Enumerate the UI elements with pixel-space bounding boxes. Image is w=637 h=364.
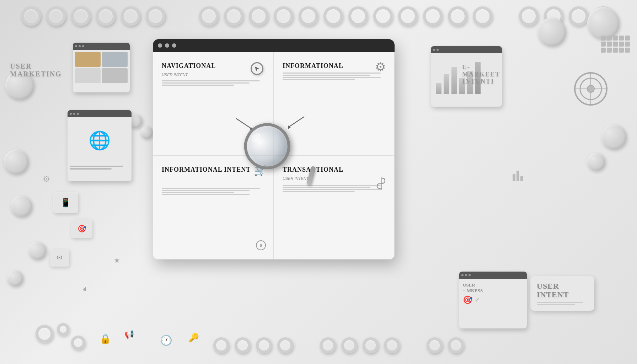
ring-element xyxy=(448,337,464,353)
info-text-lines xyxy=(283,73,386,80)
gear-icon-small: ⚙ xyxy=(43,174,50,184)
titlebar-dot-1 xyxy=(158,43,162,48)
small-bars-icon xyxy=(513,171,523,181)
text-line xyxy=(162,82,250,84)
text-line xyxy=(283,187,370,188)
text-line xyxy=(283,73,381,74)
ring-element xyxy=(249,6,268,26)
ring-element xyxy=(427,337,443,353)
informational-title: INFORMATIONAL xyxy=(283,62,386,70)
nav-circle-icon xyxy=(251,62,263,75)
ring-element xyxy=(121,6,140,26)
wheel-icon-container xyxy=(573,71,609,107)
ring-element xyxy=(235,337,251,353)
user-intent-card: USER INTENT xyxy=(530,276,594,311)
ring-element xyxy=(57,323,69,336)
icon-card-letter: ✉ xyxy=(50,249,69,267)
ring-element xyxy=(473,6,492,26)
ring-element xyxy=(277,337,293,353)
browser-dot xyxy=(465,274,467,276)
text-line xyxy=(70,166,123,167)
ring-element xyxy=(569,6,588,26)
ring-element xyxy=(224,6,243,26)
ring-element xyxy=(363,337,379,353)
globe-container: 🌐 xyxy=(68,117,132,164)
dollar-svg xyxy=(376,177,387,190)
lock-icon: 🔒 xyxy=(100,333,111,344)
browser-body xyxy=(68,164,132,172)
dollar-icon-container xyxy=(376,177,387,191)
chart-bar xyxy=(436,83,441,94)
ring-element xyxy=(373,6,393,26)
text-line xyxy=(162,85,234,86)
ring-element xyxy=(46,6,66,26)
ring-element xyxy=(213,337,229,353)
browser-bar xyxy=(431,46,502,53)
ring-element xyxy=(96,6,116,26)
browser-dot xyxy=(437,49,439,51)
ring-element xyxy=(423,6,443,26)
cylinder-right-mid xyxy=(601,124,626,149)
ring-element xyxy=(384,337,400,353)
browser-dot xyxy=(75,45,77,47)
browser-window-globe: 🌐 xyxy=(68,110,132,181)
browser-dot xyxy=(70,113,72,115)
ring-element xyxy=(256,337,272,353)
user-intent-label: USER INTENT xyxy=(537,282,588,299)
text-line xyxy=(283,79,355,80)
text-line xyxy=(283,77,381,78)
text-line xyxy=(162,192,234,193)
cylinder-element xyxy=(4,149,28,174)
chart-bar xyxy=(444,74,449,94)
check-icon: ✓ xyxy=(475,296,480,304)
cylinder-element xyxy=(140,126,153,139)
navigational-subtitle: USER INTENT xyxy=(162,73,265,77)
grid-img xyxy=(75,68,101,83)
ring-element xyxy=(348,6,368,26)
main-card: NAVIGATIONAL USER INTENT xyxy=(153,39,395,259)
intent-lines xyxy=(537,302,588,305)
ring-element xyxy=(519,6,539,26)
cylinder-element xyxy=(7,270,23,286)
ring-element xyxy=(71,336,85,350)
shield-icon: 🔑 xyxy=(188,333,199,343)
glass-highlight xyxy=(250,131,262,144)
ring-element xyxy=(36,325,53,343)
trans-text-lines xyxy=(283,185,386,192)
screenshot-grid xyxy=(73,50,130,85)
gear-icon-container: ⚙ xyxy=(375,61,386,73)
chart-bar xyxy=(451,67,457,94)
browser-dot xyxy=(433,49,435,51)
text-line xyxy=(162,194,250,195)
globe-icon: 🌐 xyxy=(89,132,111,149)
market-intent-label: U-MARKEETINTENTI xyxy=(462,64,500,85)
grid-element xyxy=(601,36,630,53)
text-line xyxy=(283,189,381,190)
browser-bar xyxy=(73,43,130,50)
ring-element xyxy=(320,337,336,353)
icon-card-phone: 📱 xyxy=(53,192,78,213)
browser-icon-row: 🎯 ✓ xyxy=(463,295,523,305)
grid-img xyxy=(75,52,101,67)
titlebar-dot-3 xyxy=(172,43,176,48)
browser-window-right-bottom: USER= MKESS 🎯 ✓ xyxy=(459,272,527,328)
grid-img xyxy=(102,68,128,83)
ring-element xyxy=(299,6,318,26)
coin-icon-container: $ xyxy=(256,240,266,252)
nav-text-lines xyxy=(162,80,265,86)
ring-element xyxy=(146,6,165,26)
text-line xyxy=(283,75,370,76)
ring-element xyxy=(323,6,343,26)
navigational-title: NAVIGATIONAL xyxy=(162,62,265,70)
text-line xyxy=(283,191,355,192)
text-line xyxy=(70,168,112,170)
ring-element xyxy=(21,6,41,26)
user-marketing-label: USERMARKETING xyxy=(10,62,62,78)
text-line xyxy=(162,80,260,81)
ring-element xyxy=(341,337,357,353)
browser-window-screenshot xyxy=(73,43,130,92)
megaphone-icon: 📢 xyxy=(124,330,134,339)
browser-bar xyxy=(68,110,132,117)
ring-element xyxy=(199,6,219,26)
cylinder-element xyxy=(11,196,32,217)
